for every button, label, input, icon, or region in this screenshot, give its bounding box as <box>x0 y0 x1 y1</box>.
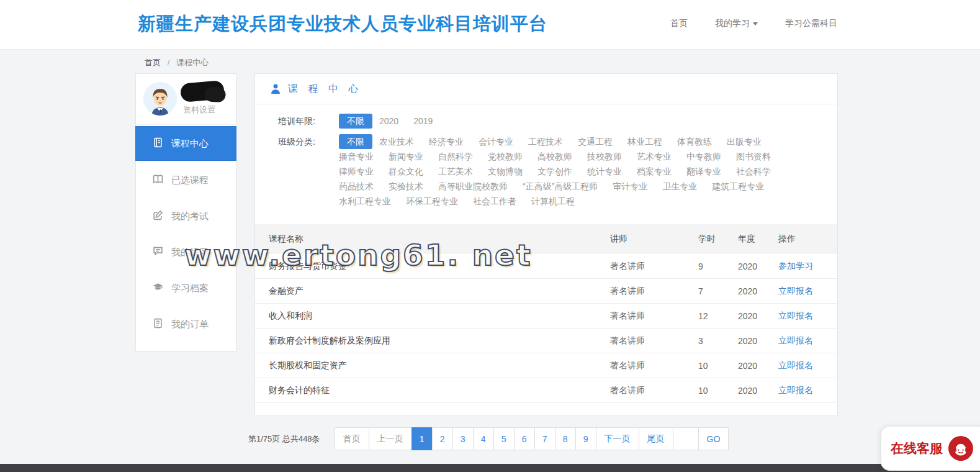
pagination-first[interactable]: 首页 <box>335 427 369 450</box>
class-option[interactable]: 药品技术 <box>339 179 374 194</box>
filters: 培训年限: 不限 2020 2019 班级分类: 不限 农业技术 经济专业 会计… <box>255 104 837 217</box>
top-header: 新疆生产建设兵团专业技术人员专业科目培训平台 首页 我的学习 学习公需科目 <box>0 0 980 50</box>
class-option[interactable]: 工艺美术 <box>438 164 473 179</box>
class-option[interactable]: 自然科学 <box>438 149 473 164</box>
class-option[interactable]: 艺术专业 <box>637 149 672 164</box>
class-option[interactable]: 审计专业 <box>613 179 647 194</box>
class-option[interactable]: 工程技术 <box>528 134 563 149</box>
top-nav: 首页 我的学习 学习公需科目 <box>670 18 837 29</box>
course-teacher: 著名讲师 <box>610 286 698 297</box>
pagination-page-7[interactable]: 7 <box>534 427 555 450</box>
table-row: 金融资产 著名讲师 7 2020 立即报名 <box>255 279 837 304</box>
table-row: 收入和利润 著名讲师 12 2020 立即报名 <box>255 304 837 329</box>
pagination-page-3[interactable]: 3 <box>452 427 474 450</box>
course-teacher: 著名讲师 <box>610 335 698 347</box>
class-option[interactable]: 水利工程专业 <box>339 194 391 209</box>
year-option[interactable]: 2019 <box>413 114 433 129</box>
class-option[interactable]: 社会工作者 <box>473 194 516 209</box>
breadcrumb-home[interactable]: 首页 <box>145 58 161 67</box>
enroll-link[interactable]: 立即报名 <box>778 311 813 320</box>
profile-settings-link[interactable]: 资料设置 <box>183 104 215 116</box>
main-panel: 课 程 中 心 培训年限: 不限 2020 2019 班级分类: 不限 农业技术… <box>254 73 838 416</box>
pagination-page-1[interactable]: 1 <box>411 427 433 450</box>
class-option[interactable]: 林业工程 <box>627 134 662 149</box>
class-option[interactable]: 经济专业 <box>429 134 464 149</box>
class-option[interactable]: 文物博物 <box>488 164 523 179</box>
year-filter-label: 培训年限: <box>278 114 339 129</box>
pagination-prev[interactable]: 上一页 <box>369 427 412 450</box>
year-option[interactable]: 2020 <box>379 114 398 129</box>
year-filter-all[interactable]: 不限 <box>339 114 372 129</box>
pagination-page-8[interactable]: 8 <box>555 427 576 450</box>
sidebar-item-my-exams[interactable]: 我的考试 <box>136 198 236 234</box>
join-study-link[interactable]: 参加学习 <box>778 261 813 271</box>
nav-public-subjects[interactable]: 学习公需科目 <box>785 18 837 29</box>
table-row: 财务会计的特征 著名讲师 10 2020 立即报名 <box>255 378 837 403</box>
class-filter-label: 班级分类: <box>278 134 339 209</box>
sidebar-item-my-orders[interactable]: 我的订单 <box>136 306 236 342</box>
class-option[interactable]: 群众文化 <box>389 164 423 179</box>
pagination-last[interactable]: 尾页 <box>639 427 673 450</box>
class-option[interactable]: 文学创作 <box>537 164 572 179</box>
nav-my-learning[interactable]: 我的学习 <box>715 18 758 29</box>
class-option[interactable]: 实验技术 <box>389 179 423 194</box>
class-option[interactable]: 翻译专业 <box>686 164 721 179</box>
site-title: 新疆生产建设兵团专业技术人员专业科目培训平台 <box>138 12 547 37</box>
sidebar-item-selected-courses[interactable]: 已选课程 <box>136 162 236 198</box>
enroll-link[interactable]: 立即报名 <box>778 385 813 395</box>
table-row: 长期股权和固定资产 著名讲师 10 2020 立即报名 <box>255 353 837 378</box>
pagination-go-button[interactable]: GO <box>698 427 729 450</box>
course-name: 收入和利润 <box>255 311 610 322</box>
nav-home[interactable]: 首页 <box>670 18 688 29</box>
class-option[interactable]: 律师专业 <box>339 164 374 179</box>
pagination-page-5[interactable]: 5 <box>493 427 515 450</box>
class-option[interactable]: 高等职业院校教师 <box>438 179 508 194</box>
enroll-link[interactable]: 立即报名 <box>778 360 813 370</box>
class-option[interactable]: 党校教师 <box>488 149 523 164</box>
pagination-buttons: 首页 上一页 1 2 3 4 5 6 7 8 9 下一页 尾页 GO <box>335 427 729 450</box>
class-option[interactable]: 出版专业 <box>727 134 762 149</box>
class-option[interactable]: 计算机工程 <box>531 194 575 209</box>
class-option[interactable]: 技校教师 <box>587 149 622 164</box>
class-option[interactable]: 体育教练 <box>677 134 712 149</box>
pagination-page-9[interactable]: 9 <box>575 427 596 450</box>
table-row: 财务报告与货币资金 著名讲师 9 2020 参加学习 <box>255 254 837 279</box>
pagination-page-4[interactable]: 4 <box>473 427 494 450</box>
panel-header: 课 程 中 心 <box>255 74 837 104</box>
course-name: 财务会计的特征 <box>255 385 610 396</box>
breadcrumb: 首页 / 课程中心 <box>145 57 209 68</box>
class-option[interactable]: 高校教师 <box>537 149 572 164</box>
sidebar-item-my-practice[interactable]: 我的练习 <box>136 234 236 270</box>
course-teacher: 著名讲师 <box>610 311 698 322</box>
class-option[interactable]: 农业技术 <box>379 134 414 149</box>
online-support-button[interactable]: 在线客服 <box>881 426 980 471</box>
profile-card: 资料设置 <box>136 74 236 125</box>
enroll-link[interactable]: 立即报名 <box>778 286 813 296</box>
course-year: 2020 <box>738 286 778 296</box>
class-option[interactable]: 统计专业 <box>587 164 622 179</box>
class-option[interactable]: 中专教师 <box>686 149 721 164</box>
pagination-next[interactable]: 下一页 <box>596 427 639 450</box>
class-option[interactable]: 新闻专业 <box>389 149 423 164</box>
class-filter-all[interactable]: 不限 <box>339 134 372 149</box>
class-option[interactable]: 图书资料 <box>736 149 771 164</box>
pagination-page-2[interactable]: 2 <box>432 427 453 450</box>
sidebar-item-course-center[interactable]: 课程中心 <box>135 126 236 161</box>
pagination-page-6[interactable]: 6 <box>514 427 535 450</box>
class-option[interactable]: 环保工程专业 <box>406 194 458 209</box>
course-hours: 7 <box>698 286 738 296</box>
class-option[interactable]: 档案专业 <box>637 164 672 179</box>
class-option[interactable]: 交通工程 <box>578 134 613 149</box>
class-option[interactable]: 会计专业 <box>479 134 513 149</box>
sidebar-item-learning-archive[interactable]: 学习档案 <box>136 270 236 306</box>
bottom-bar <box>0 464 980 472</box>
class-option[interactable]: “正高级”高级工程师 <box>523 179 598 194</box>
class-option[interactable]: 播音专业 <box>339 149 374 164</box>
class-option[interactable]: 建筑工程专业 <box>712 179 764 194</box>
class-option[interactable]: 社会科学 <box>736 164 771 179</box>
enroll-link[interactable]: 立即报名 <box>778 335 813 345</box>
course-name: 长期股权和固定资产 <box>255 360 610 371</box>
class-option[interactable]: 卫生专业 <box>662 179 697 194</box>
page-number-input[interactable] <box>673 427 699 450</box>
course-year: 2020 <box>738 361 778 371</box>
